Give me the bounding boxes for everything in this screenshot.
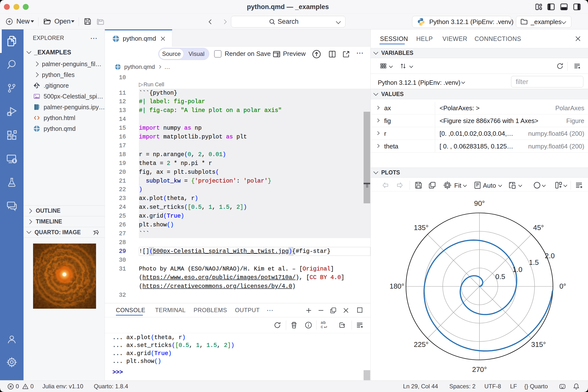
svg-text:0°: 0° xyxy=(559,282,566,290)
svg-text:1.5: 1.5 xyxy=(529,258,539,266)
svg-text:45°: 45° xyxy=(533,224,544,232)
svg-text:270°: 270° xyxy=(472,366,487,374)
svg-text:225°: 225° xyxy=(414,340,428,348)
svg-text:2.0: 2.0 xyxy=(545,252,555,260)
svg-text:1.0: 1.0 xyxy=(512,266,522,274)
svg-text:0.5: 0.5 xyxy=(496,273,505,280)
svg-text:315°: 315° xyxy=(531,340,546,348)
svg-text:135°: 135° xyxy=(414,224,428,232)
svg-text:90°: 90° xyxy=(474,200,485,207)
svg-text:180°: 180° xyxy=(390,282,404,290)
